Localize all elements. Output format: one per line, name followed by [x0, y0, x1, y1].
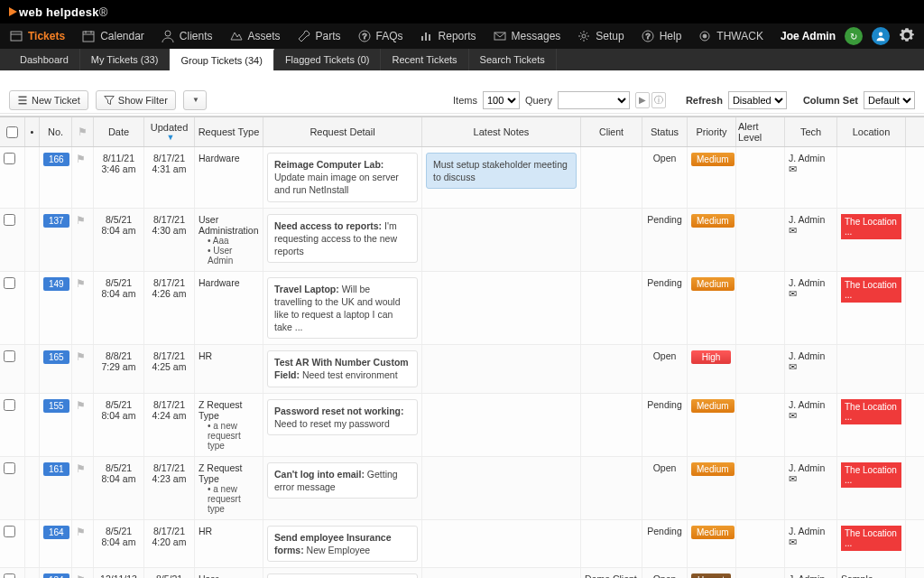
- mail-icon[interactable]: ✉: [789, 361, 797, 372]
- created-time: 8:04 am: [97, 288, 140, 299]
- primary-nav: TicketsCalendarClientsAssetsParts?FAQsRe…: [0, 23, 924, 49]
- ticket-number[interactable]: 149: [43, 277, 69, 291]
- flag-icon[interactable]: ⚑: [76, 153, 86, 165]
- ticket-row[interactable]: 165⚑8/8/217:29 am8/17/214:25 amHRTest AR…: [0, 345, 924, 393]
- ticket-row[interactable]: 134⚑12/11/138:15 am8/5/217:33 amUser Adm…: [0, 568, 924, 578]
- col-reqtype[interactable]: Request Type: [195, 117, 263, 146]
- ticket-row[interactable]: 164⚑8/5/218:04 am8/17/214:20 amHRSend em…: [0, 520, 924, 568]
- nav-faqs[interactable]: ?FAQs: [357, 29, 403, 43]
- request-type: Hardware: [199, 153, 259, 163]
- select-all-checkbox[interactable]: [6, 126, 18, 138]
- ticket-row[interactable]: 149⚑8/5/218:04 am8/17/214:26 amHardwareT…: [0, 272, 924, 346]
- col-notes[interactable]: Latest Notes: [422, 117, 581, 146]
- col-expander[interactable]: •: [25, 117, 40, 146]
- ticket-row[interactable]: 161⚑8/5/218:04 am8/17/214:23 amZ Request…: [0, 457, 924, 520]
- col-priority[interactable]: Priority: [688, 117, 736, 146]
- status-indicator-icon[interactable]: ↻: [845, 27, 863, 45]
- ticket-row[interactable]: 166⚑8/11/213:46 am8/17/214:31 amHardware…: [0, 147, 924, 209]
- nav-clients[interactable]: Clients: [161, 29, 213, 43]
- col-client[interactable]: Client: [581, 117, 642, 146]
- tickets-grid: • No. ⚑ Date Updated▼ Request Type Reque…: [0, 116, 924, 578]
- toolbar-gear-menu[interactable]: ▼: [183, 90, 207, 110]
- tech-name: J. Admin: [789, 214, 825, 225]
- ticket-number[interactable]: 134: [43, 573, 69, 578]
- ticket-row[interactable]: 155⚑8/5/218:04 am8/17/214:24 amZ Request…: [0, 394, 924, 457]
- col-date[interactable]: Date: [94, 117, 144, 146]
- flag-icon[interactable]: ⚑: [76, 462, 86, 475]
- svg-rect-1: [83, 32, 94, 42]
- col-no[interactable]: No.: [40, 117, 72, 146]
- row-checkbox[interactable]: [4, 350, 15, 362]
- col-alert[interactable]: Alert Level: [736, 117, 785, 146]
- query-select[interactable]: [558, 91, 630, 109]
- nav-setup[interactable]: Setup: [577, 29, 624, 43]
- nav-calendar[interactable]: Calendar: [81, 29, 144, 43]
- mail-icon[interactable]: ✉: [789, 536, 797, 547]
- row-checkbox[interactable]: [4, 214, 15, 226]
- ticket-status: Pending: [642, 520, 688, 567]
- ticket-status: Open: [642, 457, 688, 519]
- columnset-label: Column Set: [803, 95, 858, 106]
- flag-icon[interactable]: ⚑: [76, 277, 86, 290]
- col-tech[interactable]: Tech: [785, 117, 837, 146]
- grid-header-row: • No. ⚑ Date Updated▼ Request Type Reque…: [0, 117, 924, 147]
- nav-thwack[interactable]: THWACK: [698, 29, 763, 43]
- ticket-number[interactable]: 161: [43, 462, 69, 476]
- priority-badge: Medium: [691, 214, 735, 228]
- row-checkbox[interactable]: [4, 153, 15, 164]
- nav-parts[interactable]: Parts: [297, 29, 341, 43]
- parts-icon: [297, 29, 311, 43]
- nav-tickets[interactable]: Tickets: [9, 29, 65, 43]
- mail-icon[interactable]: ✉: [789, 473, 797, 484]
- mail-icon[interactable]: ✉: [789, 163, 797, 174]
- col-flag[interactable]: ⚑: [72, 117, 94, 146]
- col-location[interactable]: Location: [837, 117, 906, 146]
- query-nav-arrows[interactable]: ▶ⓘ: [635, 92, 666, 108]
- tab-dashboard[interactable]: Dashboard: [9, 49, 80, 70]
- created-date: 8/5/21: [97, 399, 140, 410]
- ticket-status: Open: [642, 568, 688, 578]
- ticket-number[interactable]: 155: [43, 399, 69, 413]
- ticket-number[interactable]: 137: [43, 214, 69, 228]
- flag-icon[interactable]: ⚑: [76, 214, 86, 227]
- row-checkbox[interactable]: [4, 399, 15, 411]
- nav-messages[interactable]: Messages: [493, 29, 561, 43]
- col-updated[interactable]: Updated▼: [144, 117, 195, 146]
- mail-icon[interactable]: ✉: [789, 288, 797, 299]
- refresh-select[interactable]: Disabled: [728, 91, 787, 109]
- row-checkbox[interactable]: [4, 462, 15, 474]
- ticket-number[interactable]: 166: [43, 153, 69, 166]
- col-status[interactable]: Status: [642, 117, 688, 146]
- svg-rect-0: [11, 32, 22, 41]
- row-checkbox[interactable]: [4, 526, 15, 537]
- show-filter-button[interactable]: Show Filter: [96, 90, 176, 110]
- col-detail[interactable]: Request Detail: [263, 117, 422, 146]
- ticket-number[interactable]: 164: [43, 526, 69, 539]
- nav-help[interactable]: ?Help: [641, 29, 682, 43]
- flag-icon[interactable]: ⚑: [76, 399, 86, 412]
- ticket-row[interactable]: 137⚑8/5/218:04 am8/17/214:30 amUser Admi…: [0, 209, 924, 272]
- nav-reports[interactable]: Reports: [420, 29, 476, 43]
- flag-icon[interactable]: ⚑: [76, 350, 86, 363]
- tab-my-tickets-[interactable]: My Tickets (33): [80, 49, 171, 70]
- client-name: [581, 345, 642, 392]
- flag-icon[interactable]: ⚑: [76, 526, 86, 538]
- tab-recent-tickets[interactable]: Recent Tickets: [381, 49, 468, 70]
- profile-icon[interactable]: [872, 27, 890, 45]
- new-ticket-button[interactable]: New Ticket: [9, 90, 88, 110]
- assets-icon: [229, 29, 244, 43]
- settings-gear-icon[interactable]: [899, 27, 915, 45]
- tab-group-tickets-[interactable]: Group Tickets (34): [170, 49, 273, 70]
- nav-assets[interactable]: Assets: [229, 29, 281, 43]
- mail-icon[interactable]: ✉: [789, 410, 797, 421]
- mail-icon[interactable]: ✉: [789, 225, 797, 236]
- tab-flagged-tickets-[interactable]: Flagged Tickets (0): [274, 49, 382, 70]
- ticket-number[interactable]: 165: [43, 350, 69, 364]
- flag-icon[interactable]: ⚑: [76, 573, 86, 578]
- location-badge: The Location ...: [841, 399, 901, 424]
- row-checkbox[interactable]: [4, 573, 15, 578]
- row-checkbox[interactable]: [4, 277, 15, 289]
- columnset-select[interactable]: Default: [864, 91, 915, 109]
- items-select[interactable]: 100: [483, 91, 520, 109]
- tab-search-tickets[interactable]: Search Tickets: [469, 49, 557, 70]
